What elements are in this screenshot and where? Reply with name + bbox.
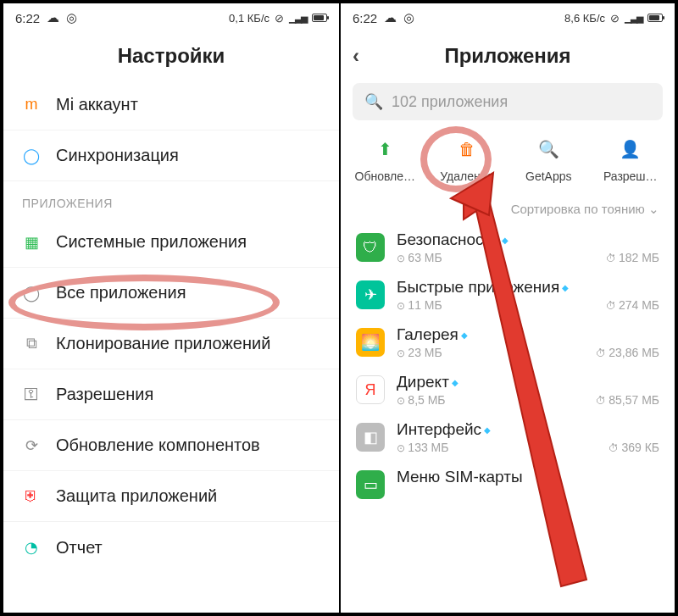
app-row-direct[interactable]: Я Директ◆ 8,5 МБ85,57 МБ xyxy=(341,364,675,412)
row-label: Обновление компонентов xyxy=(56,435,320,456)
page-title: Настройки xyxy=(3,32,339,80)
phone-left-settings: 6:22 ☁ ◎ 0,1 КБ/с ⊘ ▁▃▅ Настройки m Mi а… xyxy=(3,3,339,613)
shield-icon: ⛨ xyxy=(22,487,41,506)
status-bar: 6:22 ☁ ◎ 0,1 КБ/с ⊘ ▁▃▅ xyxy=(3,3,339,32)
app-row-quick-apps[interactable]: ✈ Быстрые приложения◆ 11 МБ274 МБ xyxy=(341,269,675,317)
shortcut-label: Удаление xyxy=(440,169,493,183)
app-size: 133 МБ xyxy=(397,441,448,454)
status-time: 6:22 xyxy=(15,11,40,25)
row-label: Отчет xyxy=(56,537,320,558)
app-name: Интерфейс xyxy=(397,420,481,438)
permissions-icon: ⚿ xyxy=(22,386,41,404)
shield-icon: 🛡 xyxy=(356,233,385,262)
search-bar[interactable]: 🔍 102 приложения xyxy=(353,83,663,120)
row-clone-apps[interactable]: ⧉ Клонирование приложений xyxy=(3,319,339,369)
status-icon-nosim: ⊘ xyxy=(275,12,284,25)
row-label: Системные приложения xyxy=(56,231,320,253)
status-icon-cloud: ☁ xyxy=(384,10,397,25)
yandex-icon: Я xyxy=(356,375,385,404)
status-icon-cloud: ☁ xyxy=(47,10,59,25)
page-title-text: Настройки xyxy=(118,44,225,68)
shortcut-row: ⬆ Обновле… 🗑 Удаление 🔍 GetApps 👤 Разреш… xyxy=(341,129,675,193)
gallery-icon: 🌅 xyxy=(356,328,385,357)
status-icon-ig: ◎ xyxy=(403,10,414,25)
sync-icon: ◯ xyxy=(22,147,41,165)
shortcut-label: GetApps xyxy=(525,169,571,183)
row-system-apps[interactable]: ▦ Системные приложения xyxy=(3,217,339,268)
app-cache: 274 МБ xyxy=(606,298,659,312)
arrow-up-icon: ⬆ xyxy=(370,134,400,164)
row-label: Mi аккаунт xyxy=(56,94,320,115)
status-battery-icon xyxy=(647,14,663,22)
search-icon: 🔍 xyxy=(364,92,383,111)
back-button[interactable]: ‹ xyxy=(353,44,359,68)
chevron-down-icon: ⌄ xyxy=(648,202,659,216)
shortcut-updates[interactable]: ⬆ Обновле… xyxy=(344,134,426,183)
status-net-speed: 8,6 КБ/с xyxy=(564,12,605,25)
search-placeholder: 102 приложения xyxy=(392,93,508,111)
grid-icon: ▦ xyxy=(22,233,41,252)
app-row-gallery[interactable]: 🌅 Галерея◆ 23 МБ23,86 МБ xyxy=(341,317,675,364)
row-permissions[interactable]: ⚿ Разрешения xyxy=(3,369,339,420)
status-icon-nosim: ⊘ xyxy=(610,12,620,25)
row-mi-account[interactable]: m Mi аккаунт xyxy=(3,80,339,130)
app-row-interface[interactable]: ◧ Интерфейс◆ 133 МБ369 КБ xyxy=(341,412,675,459)
app-name: Безопасность xyxy=(397,230,499,248)
sim-icon: ▭ xyxy=(356,470,385,499)
status-signal-icon: ▁▃▅ xyxy=(625,13,642,24)
app-row-sim-menu[interactable]: ▭ Меню SIM-карты xyxy=(341,459,675,504)
trash-icon: 🗑 xyxy=(452,134,482,164)
update-icon: ⟳ xyxy=(22,436,41,455)
app-name: Быстрые приложения xyxy=(397,278,559,296)
row-label: Все приложения xyxy=(56,282,320,303)
app-name: Меню SIM-карты xyxy=(397,468,523,486)
status-bar: 6:22 ☁ ◎ 8,6 КБ/с ⊘ ▁▃▅ xyxy=(341,3,675,32)
app-cache: 23,86 МБ xyxy=(596,346,659,359)
row-label: Клонирование приложений xyxy=(56,333,320,354)
page-title-text: Приложения xyxy=(444,44,570,68)
app-cache: 369 КБ xyxy=(609,441,659,454)
shortcut-label: Разреш… xyxy=(603,169,658,183)
row-label: Разрешения xyxy=(56,384,320,405)
app-name: Директ xyxy=(397,373,449,391)
row-app-protection[interactable]: ⛨ Защита приложений xyxy=(3,471,339,522)
app-cache: 85,57 МБ xyxy=(596,393,659,407)
app-size: 23 МБ xyxy=(397,346,442,359)
app-row-security[interactable]: 🛡 Безопасность◆ 63 МБ182 МБ xyxy=(341,222,675,269)
shortcut-permissions[interactable]: 👤 Разреш… xyxy=(590,134,672,183)
app-cache: 182 МБ xyxy=(606,251,659,264)
magnifier-icon: 🔍 xyxy=(533,134,564,164)
sort-dropdown[interactable]: Сортировка по тоянию ⌄ xyxy=(341,193,675,222)
status-time: 6:22 xyxy=(353,11,377,25)
status-battery-icon xyxy=(312,14,327,22)
row-sync[interactable]: ◯ Синхронизация xyxy=(3,130,339,181)
page-title: ‹ Приложения xyxy=(341,32,675,80)
section-header-apps: ПРИЛОЖЕНИЯ xyxy=(3,181,339,217)
status-icon-ig: ◎ xyxy=(66,10,77,25)
app-name: Галерея xyxy=(397,325,458,343)
circle-icon: ◯ xyxy=(22,284,41,302)
sort-label: Сортировка по тоянию xyxy=(511,202,645,216)
status-signal-icon: ▁▃▅ xyxy=(289,13,307,24)
shortcut-uninstall[interactable]: 🗑 Удаление xyxy=(426,134,508,183)
clone-icon: ⧉ xyxy=(22,335,41,353)
app-size: 8,5 МБ xyxy=(397,393,446,407)
mi-icon: m xyxy=(22,96,41,114)
row-label: Синхронизация xyxy=(56,145,320,166)
phone-right-apps: 6:22 ☁ ◎ 8,6 КБ/с ⊘ ▁▃▅ ‹ Приложения 🔍 1… xyxy=(339,3,675,613)
shortcut-getapps[interactable]: 🔍 GetApps xyxy=(508,134,590,183)
plane-icon: ✈ xyxy=(356,280,385,309)
shortcut-label: Обновле… xyxy=(355,169,416,183)
row-report[interactable]: ◔ Отчет xyxy=(3,522,339,573)
app-size: 63 МБ xyxy=(397,251,442,264)
interface-icon: ◧ xyxy=(356,423,385,452)
user-icon: 👤 xyxy=(615,134,646,164)
row-label: Защита приложений xyxy=(56,486,320,507)
row-component-update[interactable]: ⟳ Обновление компонентов xyxy=(3,420,339,471)
report-icon: ◔ xyxy=(22,538,41,557)
row-all-apps[interactable]: ◯ Все приложения xyxy=(3,268,339,319)
status-net-speed: 0,1 КБ/с xyxy=(229,12,270,25)
app-size: 11 МБ xyxy=(397,298,442,312)
